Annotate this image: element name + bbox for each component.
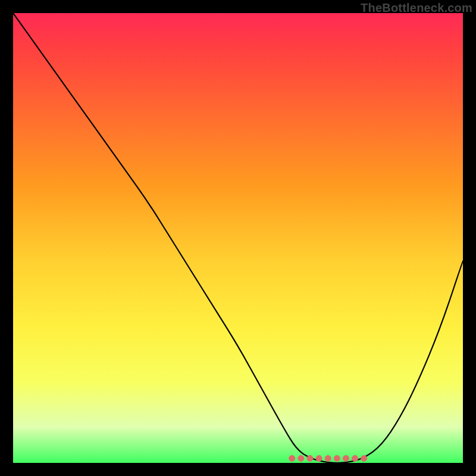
curve-marker: [289, 455, 295, 461]
chart-frame: TheBottleneck.com: [0, 0, 476, 476]
curve-marker: [325, 455, 331, 461]
curve-marker: [316, 455, 322, 461]
bottleneck-curve: [13, 13, 463, 463]
curve-marker: [352, 455, 358, 461]
curve-marker: [334, 455, 340, 461]
curve-marker: [307, 455, 313, 461]
curve-marker: [298, 455, 304, 461]
plot-area: [13, 13, 463, 463]
curve-marker: [361, 455, 367, 461]
curve-marker: [343, 455, 349, 461]
